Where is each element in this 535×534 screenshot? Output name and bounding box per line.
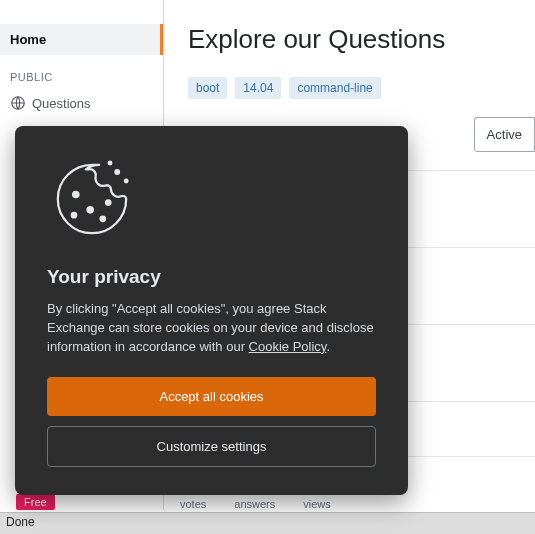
tag-boot[interactable]: boot — [188, 77, 227, 99]
stat-answers: answers — [234, 498, 275, 510]
accept-cookies-button[interactable]: Accept all cookies — [47, 377, 376, 416]
nav-questions[interactable]: Questions — [0, 87, 163, 119]
page-title: Explore our Questions — [188, 24, 535, 55]
cookie-dialog: Your privacy By clicking "Accept all coo… — [15, 126, 408, 495]
svg-point-3 — [101, 217, 106, 222]
svg-point-7 — [125, 180, 128, 183]
svg-point-5 — [106, 200, 111, 205]
globe-icon — [10, 95, 26, 111]
stat-labels: votes answers views — [180, 498, 331, 510]
svg-point-1 — [73, 192, 78, 197]
svg-point-4 — [72, 213, 77, 218]
svg-point-8 — [109, 162, 112, 165]
tag-command-line[interactable]: command-line — [289, 77, 380, 99]
cookie-icon — [47, 154, 137, 244]
customize-settings-button[interactable]: Customize settings — [47, 426, 376, 467]
cookie-title: Your privacy — [47, 266, 376, 288]
cookie-body-suffix: . — [326, 339, 330, 354]
tag-14-04[interactable]: 14.04 — [235, 77, 281, 99]
stat-votes: votes — [180, 498, 206, 510]
filter-active[interactable]: Active — [474, 117, 535, 152]
nav-section-public: PUBLIC — [0, 55, 163, 87]
free-badge: Free — [16, 494, 55, 510]
stat-views: views — [303, 498, 331, 510]
svg-point-6 — [115, 170, 119, 174]
top-tags: boot 14.04 command-line — [188, 77, 535, 99]
cookie-text: By clicking "Accept all cookies", you ag… — [47, 300, 376, 357]
cookie-policy-link[interactable]: Cookie Policy — [249, 339, 327, 354]
nav-home[interactable]: Home — [0, 24, 163, 55]
svg-point-2 — [88, 207, 93, 212]
statusbar: Done — [0, 512, 535, 534]
nav-questions-label: Questions — [32, 96, 91, 111]
